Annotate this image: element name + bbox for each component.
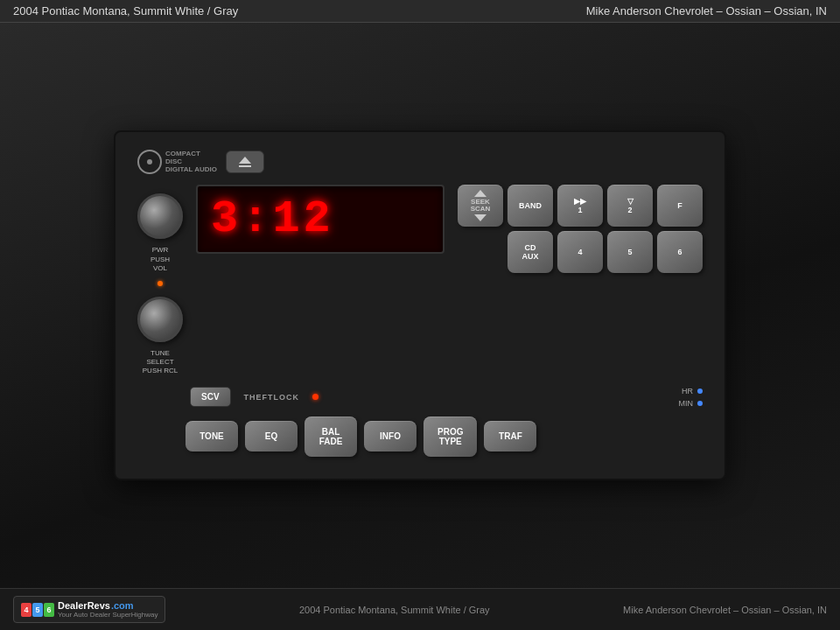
photo-area: COMPACT DISC DIGITAL AUDIO PWR PUSH VOL <box>0 23 840 588</box>
buttons-grid: SEEK SCAN BAND ▶▶ 1 ▽ 2 F CD AUX 4 5 6 <box>458 185 703 273</box>
volume-knob[interactable] <box>137 193 183 239</box>
theftlock-label: THEFTLOCK <box>244 393 300 402</box>
header-right: Mike Anderson Chevrolet – Ossian – Ossia… <box>586 4 827 18</box>
hr-label: HR <box>682 387 693 396</box>
disc-icon <box>137 150 162 174</box>
cd-aux-button[interactable]: CD AUX <box>508 231 553 273</box>
dealer-tagline: Your Auto Dealer SuperHighway <box>58 611 158 619</box>
footer-car-info: 2004 Pontiac Montana, Summit White / Gra… <box>299 605 490 615</box>
display-area: 3:12 <box>196 185 444 254</box>
btn1-button[interactable]: ▶▶ 1 <box>557 185 603 227</box>
hr-min-area: HR MIN <box>679 387 704 408</box>
radio-top-row: COMPACT DISC DIGITAL AUDIO <box>137 150 703 174</box>
btn5-button[interactable]: 5 <box>607 231 653 273</box>
dealer-logo-area: 4 5 6 DealerRevs .com Your Auto Dealer S… <box>13 596 165 623</box>
btn2-button[interactable]: ▽ 2 <box>607 185 653 227</box>
dealer-logo-box: 4 5 6 DealerRevs .com Your Auto Dealer S… <box>13 596 165 623</box>
theftlock-led <box>312 394 318 400</box>
top-bar: 2004 Pontiac Montana, Summit White / Gra… <box>0 0 840 23</box>
min-led <box>697 401 703 406</box>
tone-button[interactable]: TONE <box>186 421 238 452</box>
disc-logo: COMPACT DISC DIGITAL AUDIO <box>137 150 217 174</box>
display-time: 3:12 <box>211 193 334 245</box>
eject-button[interactable] <box>226 150 264 173</box>
scv-button[interactable]: SCV <box>190 387 231 407</box>
pwr-vol-label: PWR PUSH VOL <box>150 246 170 273</box>
num-5: 5 <box>32 603 43 617</box>
eq-button[interactable]: EQ <box>245 421 298 452</box>
num-6: 6 <box>44 603 54 617</box>
seek-scan-button[interactable]: SEEK SCAN <box>458 185 503 227</box>
radio-unit: COMPACT DISC DIGITAL AUDIO PWR PUSH VOL <box>114 130 726 480</box>
left-controls: PWR PUSH VOL TUNE SELECT PUSH RCL <box>137 185 183 375</box>
hr-row: HR <box>682 387 703 396</box>
band-button[interactable]: BAND <box>508 185 553 227</box>
radio-middle: PWR PUSH VOL TUNE SELECT PUSH RCL 3:12 S… <box>137 185 703 375</box>
btn4-button[interactable]: 4 <box>557 231 603 273</box>
hr-led <box>697 388 703 394</box>
page-wrapper: 2004 Pontiac Montana, Summit White / Gra… <box>0 0 840 630</box>
bottom-buttons: TONE EQ BAL FADE INFO PROG TYPE TRAF <box>137 416 703 457</box>
dealer-domain: .com <box>111 600 134 611</box>
min-label: MIN <box>679 399 694 408</box>
btn3-button[interactable]: F <box>657 185 703 227</box>
tune-knob[interactable] <box>137 297 183 342</box>
btn6-button[interactable]: 6 <box>657 231 703 273</box>
scv-row: SCV THEFTLOCK HR MIN <box>137 387 703 408</box>
power-led <box>158 281 163 286</box>
tune-label: TUNE SELECT PUSH RCL <box>143 349 178 376</box>
dealer-name: DealerRevs <box>58 600 110 611</box>
prog-type-button[interactable]: PROG TYPE <box>424 416 477 457</box>
traf-button[interactable]: TRAF <box>484 421 536 452</box>
min-row: MIN <box>679 399 704 408</box>
bottom-bar: 4 5 6 DealerRevs .com Your Auto Dealer S… <box>0 588 840 630</box>
disc-logo-text: COMPACT DISC DIGITAL AUDIO <box>165 150 217 173</box>
info-button[interactable]: INFO <box>364 421 416 452</box>
bal-fade-button[interactable]: BAL FADE <box>304 416 357 457</box>
dealer-logo-numbers: 4 5 6 <box>21 603 54 617</box>
footer-dealer-info: Mike Anderson Chevrolet – Ossian – Ossia… <box>623 605 827 615</box>
header-left: 2004 Pontiac Montana, Summit White / Gra… <box>13 4 238 18</box>
num-4: 4 <box>21 603 32 617</box>
